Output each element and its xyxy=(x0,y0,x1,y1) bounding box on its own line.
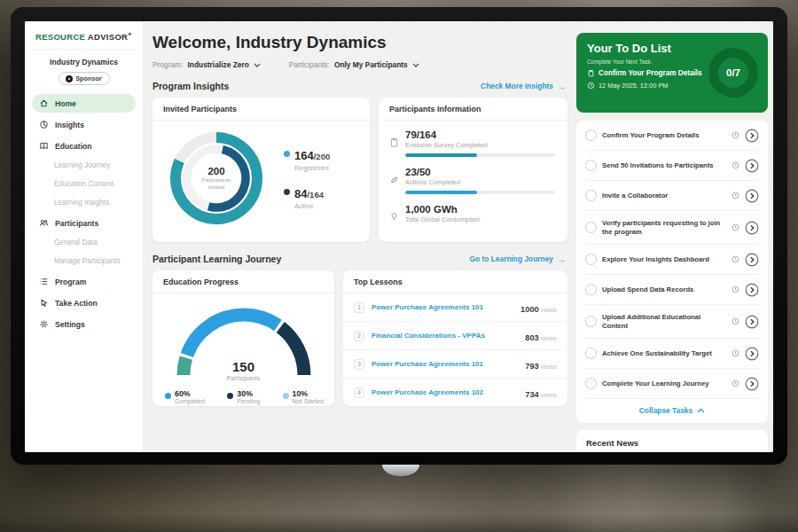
leaf-icon xyxy=(389,174,399,185)
chevron-right-circle-icon[interactable] xyxy=(745,377,759,391)
sidebar-item-learning-insights[interactable]: Learning Insights xyxy=(32,194,136,211)
todo-counter: 0/7 xyxy=(726,67,740,78)
clock-icon xyxy=(732,223,739,231)
program-label: Program: xyxy=(153,60,183,69)
todo-tasks-card: Confirm Your Program Details Send 50 Inv… xyxy=(576,121,768,423)
task-row[interactable]: Achieve One Sustainability Target xyxy=(585,339,759,369)
lesson-row: 1 Power Purchase Agreements 101 1000view… xyxy=(343,293,567,322)
legend-dot xyxy=(283,393,289,399)
task-row[interactable]: Invite a Collaborator xyxy=(585,181,759,211)
participants-icon xyxy=(39,218,49,228)
progress-track xyxy=(405,153,555,157)
clock-icon xyxy=(732,192,739,200)
recent-news-heading: Recent News xyxy=(586,438,758,448)
sidebar-item-education[interactable]: Education xyxy=(32,137,136,155)
chevron-right-circle-icon[interactable] xyxy=(745,159,759,173)
task-row[interactable]: Send 50 Invitations to Participants xyxy=(585,151,759,181)
sidebar-item-manage-participants[interactable]: Manage Participants xyxy=(32,253,136,270)
collapse-tasks-link[interactable]: Collapse Tasks xyxy=(585,399,759,423)
legend-label: Not Started xyxy=(293,398,324,404)
education-progress-card: Education Progress 150 Participants xyxy=(153,270,334,406)
task-row[interactable]: Complete Your Learning Journey xyxy=(585,369,759,399)
check-more-insights-link[interactable]: Check More Insights → xyxy=(481,82,566,91)
task-label: Verify participants requesting to join t… xyxy=(602,219,726,237)
sidebar-item-program[interactable]: Program xyxy=(32,272,136,291)
top-lessons-card: Top Lessons 1 Power Purchase Agreements … xyxy=(343,270,567,406)
task-checkbox[interactable] xyxy=(585,348,597,359)
legend-dot xyxy=(284,151,290,157)
go-to-learning-journey-link[interactable]: Go to Learning Journey → xyxy=(470,254,566,264)
legend-value: 10% xyxy=(293,389,324,398)
task-label: Send 50 Invitations to Participants xyxy=(602,161,726,170)
info-label: Emission Survey Completed xyxy=(405,141,555,149)
chevron-right-circle-icon[interactable] xyxy=(745,347,759,361)
due-date: 12 May 2025, 12:00 PM xyxy=(598,82,668,90)
task-checkbox[interactable] xyxy=(585,129,597,141)
chevron-right-circle-icon[interactable] xyxy=(745,315,759,329)
participants-dropdown[interactable]: Participants: Only My Participants xyxy=(289,60,419,69)
legend-value-sub: /164 xyxy=(307,190,324,200)
task-label: Explore Your Insights Dashboard xyxy=(602,255,726,264)
sidebar-item-education-content[interactable]: Education Content xyxy=(32,176,136,192)
info-row-actions: 23/50 Actions Completed xyxy=(389,167,555,194)
chevron-right-circle-icon[interactable] xyxy=(745,221,759,235)
todo-summary-card: Your To Do List Complete Your Next Task:… xyxy=(576,33,768,113)
progress-fill xyxy=(405,191,477,194)
task-row[interactable]: Verify participants requesting to join t… xyxy=(585,211,759,245)
logo-secondary: ADVISOR xyxy=(88,32,128,42)
sidebar-item-label: Participants xyxy=(55,219,98,228)
legend-dot xyxy=(284,189,290,195)
lesson-rank: 4 xyxy=(354,387,364,398)
sidebar-item-participants[interactable]: Participants xyxy=(32,214,136,232)
task-checkbox[interactable] xyxy=(585,222,597,233)
lesson-link[interactable]: Power Purchase Agreements 101 xyxy=(372,360,518,368)
legend-label: Active xyxy=(294,202,324,210)
sidebar-item-general-data[interactable]: General Data xyxy=(32,234,136,251)
sidebar-item-take-action[interactable]: Take Action xyxy=(32,293,136,312)
sidebar-item-home[interactable]: Home xyxy=(32,94,136,113)
participants-value: Only My Participants xyxy=(334,60,408,69)
lesson-link[interactable]: Power Purchase Agreements 101 xyxy=(372,303,513,311)
info-row-consumption: 1,000 GWh Total Global Consumption xyxy=(389,204,555,223)
legend-label: Registered xyxy=(294,164,330,172)
task-checkbox[interactable] xyxy=(585,254,597,265)
legend-dot xyxy=(227,393,233,399)
sidebar-item-label: Settings xyxy=(55,320,85,329)
task-checkbox[interactable] xyxy=(585,190,597,201)
sidebar-item-label: Program xyxy=(55,278,86,286)
program-dropdown[interactable]: Program: Industrialize Zero xyxy=(153,60,261,69)
task-row[interactable]: Explore Your Insights Dashboard xyxy=(585,245,759,275)
chevron-right-circle-icon[interactable] xyxy=(745,129,759,143)
sidebar-item-learning-journey[interactable]: Learning Journey xyxy=(32,157,136,174)
program-value: Industrialize Zero xyxy=(187,60,248,69)
task-checkbox[interactable] xyxy=(585,378,597,389)
sidebar-item-label: Home xyxy=(55,99,76,108)
insights-icon xyxy=(39,120,49,129)
chevron-right-circle-icon[interactable] xyxy=(745,253,759,267)
sidebar-item-insights[interactable]: Insights xyxy=(32,115,136,134)
org-name: Industry Dynamics xyxy=(32,58,136,66)
sidebar-item-settings[interactable]: Settings xyxy=(32,315,136,333)
legend-value: 84 xyxy=(294,187,307,200)
bulb-icon xyxy=(389,211,399,223)
lesson-rank: 2 xyxy=(354,331,364,341)
clock-icon xyxy=(732,349,739,357)
task-checkbox[interactable] xyxy=(585,160,597,171)
task-row[interactable]: Upload Additional Educational Content xyxy=(585,305,759,339)
task-checkbox[interactable] xyxy=(585,316,597,327)
donut-center-label: Invited xyxy=(208,184,224,191)
link-label: Go to Learning Journey xyxy=(470,254,553,263)
chevron-right-circle-icon[interactable] xyxy=(745,189,759,203)
card-title: Participants Information xyxy=(379,98,567,121)
task-checkbox[interactable] xyxy=(585,284,597,295)
list-icon xyxy=(39,277,49,286)
task-row[interactable]: Confirm Your Program Details xyxy=(585,121,759,151)
sponsor-badge: Sponsor xyxy=(59,72,110,85)
clipboard-icon xyxy=(587,69,595,77)
lesson-link[interactable]: Financial Considerations - VPPAs xyxy=(372,332,518,340)
lesson-rank: 3 xyxy=(354,359,364,370)
chevron-right-circle-icon[interactable] xyxy=(745,283,759,297)
lesson-link[interactable]: Power Purchase Agreements 102 xyxy=(372,388,518,396)
gear-icon xyxy=(39,319,49,329)
task-row[interactable]: Upload Spend Data Records xyxy=(585,275,759,305)
